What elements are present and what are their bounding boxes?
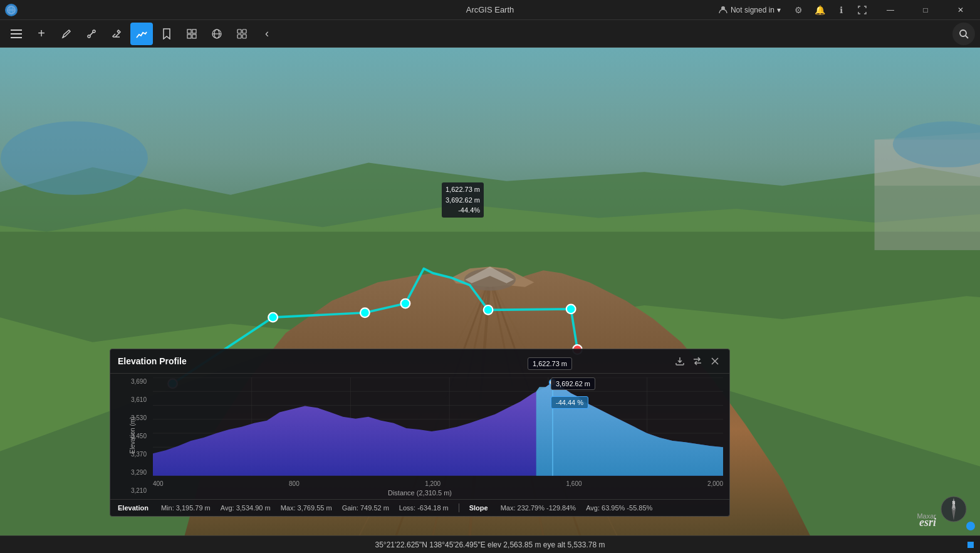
svg-rect-12 bbox=[192, 29, 196, 33]
elevation-stats: Elevation Min: 3,195.79 m Avg: 3,534.90 … bbox=[110, 499, 729, 516]
elevation-max: Max: 3,769.55 m bbox=[281, 504, 332, 512]
elevation-gain: Gain: 749.52 m bbox=[342, 504, 389, 512]
titlebar-left bbox=[5, 4, 18, 16]
elevation-profile-panel: Elevation Profile Elevation (m) 3,690 bbox=[110, 349, 730, 517]
erase-button[interactable] bbox=[105, 23, 128, 45]
statusbar: 35°21'22.625"N 138°45'26.495"E elev 2,56… bbox=[0, 535, 980, 553]
app-icon bbox=[5, 4, 18, 16]
elevation-panel-controls bbox=[673, 354, 722, 368]
minimize-button[interactable]: — bbox=[876, 0, 905, 20]
elevation-profile-button[interactable] bbox=[130, 23, 153, 45]
x-label-1600: 1,600 bbox=[566, 480, 582, 487]
app-title: ArcGIS Earth bbox=[466, 5, 514, 14]
titlebar-right: Not signed in ▾ ⚙ 🔔 ℹ — □ ✕ bbox=[714, 0, 975, 20]
svg-rect-21 bbox=[242, 34, 246, 38]
close-button[interactable]: ✕ bbox=[946, 0, 975, 20]
search-button[interactable] bbox=[952, 23, 975, 45]
x-label-2000: 2,000 bbox=[707, 480, 723, 487]
draw-button[interactable] bbox=[55, 23, 78, 45]
elevation-stats-label: Elevation bbox=[118, 504, 149, 512]
elevation-loss: Loss: -634.18 m bbox=[399, 504, 449, 512]
map-view[interactable]: 1,622.73 m 3,692.62 m -44.4% N Maxar esr… bbox=[0, 48, 980, 535]
elevation-panel-title: Elevation Profile bbox=[118, 356, 187, 366]
fullscreen-icon[interactable] bbox=[855, 3, 870, 18]
svg-point-28 bbox=[360, 308, 370, 317]
settings-icon[interactable]: ⚙ bbox=[791, 3, 806, 18]
svg-text:N: N bbox=[952, 500, 955, 505]
svg-rect-13 bbox=[187, 34, 191, 38]
svg-point-31 bbox=[566, 305, 576, 314]
titlebar: ArcGIS Earth Not signed in ▾ ⚙ 🔔 ℹ — □ ✕ bbox=[0, 0, 980, 20]
globe-view-button[interactable] bbox=[206, 23, 228, 45]
svg-rect-6 bbox=[11, 37, 22, 38]
elevation-panel-header: Elevation Profile bbox=[110, 349, 729, 374]
x-axis-labels: 400 800 1,200 1,600 2,000 bbox=[153, 478, 723, 489]
export-button[interactable] bbox=[673, 354, 687, 368]
svg-point-30 bbox=[484, 305, 493, 315]
svg-rect-5 bbox=[11, 33, 22, 34]
elevation-min: Min: 3,195.79 m bbox=[161, 504, 211, 512]
svg-point-8 bbox=[93, 30, 95, 33]
y-label-4: 3,370 bbox=[131, 451, 147, 458]
collapse-toolbar-button[interactable]: ‹ bbox=[256, 23, 278, 45]
svg-point-29 bbox=[401, 299, 410, 308]
y-label-6: 3,210 bbox=[131, 488, 147, 494]
svg-point-22 bbox=[960, 30, 966, 36]
not-signed-in-button[interactable]: Not signed in ▾ bbox=[714, 4, 785, 16]
svg-rect-4 bbox=[11, 29, 22, 31]
toolbar: + ‹ bbox=[0, 20, 980, 48]
svg-rect-19 bbox=[242, 29, 246, 33]
y-label-5: 3,290 bbox=[131, 470, 147, 476]
info-icon[interactable]: ℹ bbox=[833, 3, 848, 18]
slope-max: Max: 232.79% -129.84% bbox=[501, 504, 576, 512]
swap-button[interactable] bbox=[691, 354, 704, 368]
x-label-800: 800 bbox=[289, 480, 300, 487]
y-label-0: 3,690 bbox=[131, 379, 147, 385]
grid-button[interactable] bbox=[231, 23, 253, 45]
y-label-2: 3,530 bbox=[131, 415, 147, 421]
chart-tooltip-elevation: 3,692.62 m bbox=[551, 377, 595, 390]
bookmark-button[interactable] bbox=[155, 23, 178, 45]
coordinates-display: 35°21'22.625"N 138°45'26.495"E elev 2,56… bbox=[375, 540, 605, 549]
slope-avg: Avg: 63.95% -55.85% bbox=[586, 504, 652, 512]
dropdown-arrow: ▾ bbox=[777, 6, 781, 14]
svg-rect-11 bbox=[187, 29, 191, 33]
y-label-1: 3,610 bbox=[131, 397, 147, 403]
not-signed-in-label: Not signed in bbox=[731, 6, 774, 14]
svg-rect-14 bbox=[192, 34, 196, 38]
elevation-chart bbox=[153, 377, 723, 476]
compass-rose[interactable]: N bbox=[940, 495, 967, 523]
y-label-3: 3,450 bbox=[131, 433, 147, 440]
stats-separator bbox=[459, 503, 459, 512]
svg-point-41 bbox=[952, 508, 955, 510]
svg-point-35 bbox=[1, 121, 148, 194]
svg-rect-18 bbox=[237, 29, 241, 33]
measure-button[interactable] bbox=[80, 23, 103, 45]
chart-tooltip-distance: 1,622.73 m bbox=[528, 357, 572, 370]
status-globe-icon bbox=[967, 542, 974, 548]
view-button[interactable] bbox=[180, 23, 203, 45]
x-axis-title: Distance (2,310.5 m) bbox=[117, 489, 723, 497]
svg-line-9 bbox=[90, 32, 93, 35]
slope-stats-label: Slope bbox=[469, 504, 488, 512]
elevation-avg: Avg: 3,534.90 m bbox=[221, 504, 271, 512]
svg-rect-20 bbox=[237, 34, 241, 38]
chart-tooltip-slope: -44.44 % bbox=[551, 396, 588, 409]
globe-indicator bbox=[966, 522, 975, 530]
close-elevation-button[interactable] bbox=[708, 354, 722, 368]
svg-point-27 bbox=[268, 313, 278, 322]
esri-logo: esri bbox=[919, 516, 936, 529]
notifications-icon[interactable]: 🔔 bbox=[812, 3, 827, 18]
svg-line-23 bbox=[966, 36, 968, 38]
x-label-400: 400 bbox=[153, 480, 164, 487]
add-button[interactable]: + bbox=[30, 23, 53, 45]
x-label-1200: 1,200 bbox=[425, 480, 440, 487]
menu-button[interactable] bbox=[5, 23, 28, 45]
svg-point-7 bbox=[88, 35, 90, 38]
maximize-button[interactable]: □ bbox=[911, 0, 940, 20]
